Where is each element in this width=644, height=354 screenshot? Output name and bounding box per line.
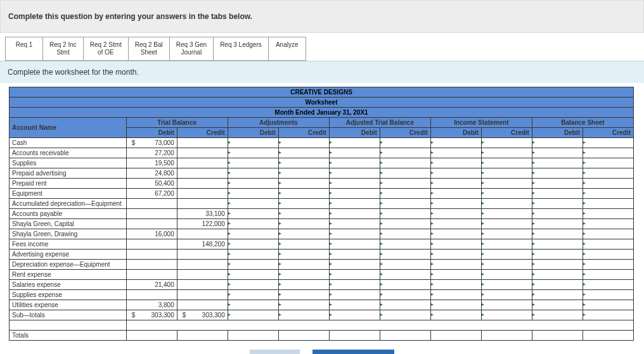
- value-cell[interactable]: [126, 270, 177, 280]
- value-cell[interactable]: ▸: [278, 158, 329, 168]
- account-cell[interactable]: Rent expense: [10, 270, 127, 280]
- value-cell[interactable]: ▸: [481, 310, 532, 320]
- account-cell[interactable]: Shayla Green, Drawing: [10, 229, 127, 239]
- account-cell[interactable]: Cash: [10, 138, 127, 148]
- value-cell[interactable]: [177, 260, 228, 270]
- value-cell[interactable]: ▸: [228, 199, 278, 209]
- value-cell[interactable]: ▸: [481, 229, 532, 239]
- value-cell[interactable]: ▸: [583, 270, 633, 280]
- value-cell[interactable]: [177, 250, 228, 260]
- account-cell[interactable]: Salaries expense: [10, 280, 127, 290]
- tab-req-2-stmt-of-oe[interactable]: Req 2 Stmtof OE: [83, 37, 129, 61]
- tab-analyze[interactable]: Analyze: [268, 37, 306, 61]
- value-cell[interactable]: ▸: [583, 199, 633, 209]
- value-cell[interactable]: ▸: [430, 270, 481, 280]
- value-cell[interactable]: ▸: [380, 219, 430, 229]
- value-cell[interactable]: ▸: [329, 148, 380, 158]
- value-cell[interactable]: ▸: [228, 270, 278, 280]
- value-cell[interactable]: ▸: [532, 260, 583, 270]
- value-cell[interactable]: ▸: [278, 300, 329, 310]
- value-cell[interactable]: ▸: [380, 148, 430, 158]
- value-cell[interactable]: ▸: [430, 229, 481, 239]
- value-cell[interactable]: ▸: [380, 239, 430, 250]
- value-cell[interactable]: ▸: [228, 239, 278, 250]
- value-cell[interactable]: ▸: [532, 310, 583, 320]
- value-cell[interactable]: ▸: [532, 270, 583, 280]
- value-cell[interactable]: ▸: [228, 158, 278, 168]
- value-cell[interactable]: ▸: [481, 179, 532, 189]
- value-cell[interactable]: ▸: [583, 310, 633, 320]
- value-cell[interactable]: ▸: [278, 138, 329, 148]
- account-cell[interactable]: Supplies: [10, 158, 127, 168]
- value-cell[interactable]: [126, 209, 177, 219]
- value-cell[interactable]: ▸: [329, 250, 380, 260]
- value-cell[interactable]: ▸: [228, 189, 278, 199]
- value-cell[interactable]: ▸: [278, 168, 329, 179]
- value-cell[interactable]: ▸: [228, 179, 278, 189]
- blank-row[interactable]: [10, 320, 127, 331]
- value-cell[interactable]: ▸: [278, 229, 329, 239]
- value-cell[interactable]: ▸: [228, 148, 278, 158]
- value-cell[interactable]: ▸: [481, 280, 532, 290]
- value-cell[interactable]: ▸: [532, 209, 583, 219]
- value-cell[interactable]: ▸: [380, 280, 430, 290]
- value-cell[interactable]: ▸: [329, 199, 380, 209]
- value-cell[interactable]: ▸: [481, 250, 532, 260]
- value-cell[interactable]: ▸: [481, 168, 532, 179]
- value-cell[interactable]: ▸: [532, 250, 583, 260]
- value-cell[interactable]: ▸: [481, 209, 532, 219]
- value-cell[interactable]: ▸: [583, 260, 633, 270]
- value-cell[interactable]: ▸: [481, 189, 532, 199]
- value-cell[interactable]: [177, 229, 228, 239]
- value-cell[interactable]: ▸: [532, 168, 583, 179]
- tab-req-1[interactable]: Req 1: [5, 37, 43, 61]
- value-cell[interactable]: ▸: [278, 239, 329, 250]
- value-cell[interactable]: ▸: [430, 260, 481, 270]
- value-cell[interactable]: [177, 189, 228, 199]
- value-cell[interactable]: ▸: [278, 148, 329, 158]
- next-button[interactable]: Req 2 Inc Stmt >: [312, 350, 395, 354]
- value-cell[interactable]: [126, 199, 177, 209]
- prev-button[interactable]: < Req 1: [250, 350, 300, 354]
- value-cell[interactable]: 27,200: [126, 148, 177, 158]
- value-cell[interactable]: ▸: [481, 138, 532, 148]
- value-cell[interactable]: ▸: [380, 209, 430, 219]
- value-cell[interactable]: ▸: [583, 138, 633, 148]
- value-cell[interactable]: $303,300: [177, 310, 228, 320]
- value-cell[interactable]: ▸: [329, 239, 380, 250]
- value-cell[interactable]: 21,400: [126, 280, 177, 290]
- account-cell[interactable]: Accumulated depreciation—Equipment: [10, 199, 127, 209]
- value-cell[interactable]: ▸: [532, 300, 583, 310]
- account-cell[interactable]: Shayla Green, Capital: [10, 219, 127, 229]
- value-cell[interactable]: ▸: [228, 168, 278, 179]
- value-cell[interactable]: 19,500: [126, 158, 177, 168]
- value-cell[interactable]: ▸: [278, 179, 329, 189]
- value-cell[interactable]: 122,000: [177, 219, 228, 229]
- value-cell[interactable]: ▸: [380, 270, 430, 280]
- value-cell[interactable]: ▸: [380, 310, 430, 320]
- value-cell[interactable]: [177, 270, 228, 280]
- value-cell[interactable]: ▸: [228, 260, 278, 270]
- value-cell[interactable]: 50,400: [126, 179, 177, 189]
- value-cell[interactable]: ▸: [228, 280, 278, 290]
- value-cell[interactable]: ▸: [380, 168, 430, 179]
- value-cell[interactable]: [177, 179, 228, 189]
- value-cell[interactable]: ▸: [380, 199, 430, 209]
- value-cell[interactable]: ▸: [583, 209, 633, 219]
- value-cell[interactable]: ▸: [430, 250, 481, 260]
- tab-req-3-ledgers[interactable]: Req 3 Ledgers: [213, 37, 269, 61]
- account-cell[interactable]: Prepaid advertising: [10, 168, 127, 179]
- value-cell[interactable]: ▸: [430, 158, 481, 168]
- value-cell[interactable]: ▸: [278, 260, 329, 270]
- value-cell[interactable]: ▸: [430, 138, 481, 148]
- value-cell[interactable]: [126, 239, 177, 250]
- value-cell[interactable]: ▸: [228, 310, 278, 320]
- value-cell[interactable]: ▸: [532, 239, 583, 250]
- value-cell[interactable]: ▸: [583, 239, 633, 250]
- value-cell[interactable]: ▸: [532, 138, 583, 148]
- value-cell[interactable]: ▸: [532, 219, 583, 229]
- value-cell[interactable]: ▸: [532, 290, 583, 300]
- value-cell[interactable]: 33,100: [177, 209, 228, 219]
- account-cell[interactable]: Depreciation expense—Equipment: [10, 260, 127, 270]
- value-cell[interactable]: ▸: [380, 290, 430, 300]
